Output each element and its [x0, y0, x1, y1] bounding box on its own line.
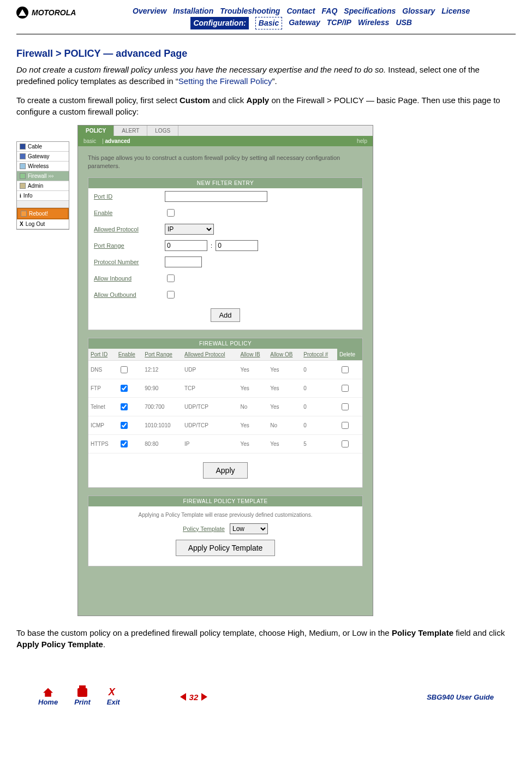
- logo: MOTOROLA: [16, 5, 76, 19]
- page-title: Firewall > POLICY — advanced Page: [16, 48, 516, 59]
- panel-subtabs: basic | advanced help: [78, 136, 373, 146]
- sidebar-item[interactable]: Wireless: [17, 162, 69, 171]
- square-icon: [20, 183, 26, 189]
- config-link[interactable]: Basic: [255, 17, 282, 29]
- nav-link[interactable]: FAQ: [322, 5, 338, 17]
- allow-inbound-label: Allow Inbound: [94, 275, 165, 282]
- nav-link[interactable]: Overview: [133, 5, 166, 17]
- enable-row-checkbox[interactable]: [121, 440, 128, 447]
- table-header: Delete: [337, 349, 362, 361]
- page-footer: Home Print X Exit 32 SBG940 User Guide: [16, 683, 516, 712]
- config-link[interactable]: TCP/IP: [327, 17, 351, 29]
- config-link[interactable]: USB: [396, 17, 412, 29]
- print-button[interactable]: Print: [74, 688, 91, 706]
- reboot-button[interactable]: Reboot!: [17, 208, 69, 219]
- enable-row-checkbox[interactable]: [121, 422, 128, 429]
- square-icon: [20, 173, 26, 179]
- allow-outbound-label: Allow Outbound: [94, 291, 165, 298]
- nav-links: OverviewInstallationTroubleshootingConta…: [87, 5, 516, 29]
- sidebar-item[interactable]: Gateway: [17, 152, 69, 162]
- panel-tab[interactable]: LOGS: [147, 126, 178, 136]
- enable-checkbox[interactable]: [167, 209, 175, 217]
- port-id-label: Port ID: [94, 193, 165, 200]
- panel-description: This page allows you to construct a cust…: [88, 154, 363, 171]
- port-range-from-input[interactable]: [165, 240, 207, 251]
- closing-paragraph: To base the custom policy on a predefine…: [16, 627, 516, 650]
- port-id-input[interactable]: [165, 191, 267, 202]
- enable-label: Enable: [94, 210, 165, 216]
- panel-subtab[interactable]: advanced: [105, 138, 130, 144]
- nav-link[interactable]: Glossary: [402, 5, 435, 17]
- add-button[interactable]: Add: [211, 308, 240, 322]
- config-label: Configuration:: [190, 17, 248, 29]
- home-icon: [43, 688, 53, 697]
- print-icon: [77, 688, 87, 697]
- table-row: FTP90:90TCPYesYes0: [88, 379, 362, 397]
- enable-row-checkbox[interactable]: [121, 385, 128, 392]
- table-row: ICMP1010:1010UDP/TCPYesNo0: [88, 416, 362, 434]
- square-icon: [21, 211, 27, 217]
- config-link[interactable]: Wireless: [358, 17, 389, 29]
- panel-subtab[interactable]: basic: [83, 138, 96, 144]
- firewall-policy-table: Port IDEnablePort RangeAllowed ProtocolA…: [88, 349, 362, 453]
- square-icon: [20, 153, 26, 159]
- nav-link[interactable]: Installation: [173, 5, 213, 17]
- allow-outbound-checkbox[interactable]: [167, 291, 175, 299]
- table-header: Enable: [116, 349, 143, 361]
- delete-row-checkbox[interactable]: [342, 422, 349, 429]
- table-header: Protocol #: [301, 349, 337, 361]
- delete-row-checkbox[interactable]: [342, 366, 349, 373]
- config-link[interactable]: Gateway: [289, 17, 320, 29]
- delete-row-checkbox[interactable]: [342, 385, 349, 392]
- template-description: Applying a Policy Template will erase pr…: [88, 506, 362, 521]
- enable-row-checkbox[interactable]: [121, 403, 128, 410]
- exit-button[interactable]: X Exit: [107, 688, 120, 706]
- logout-button[interactable]: XLog Out: [17, 219, 69, 229]
- page-number: 32: [189, 693, 199, 702]
- port-range-to-input[interactable]: [216, 240, 258, 251]
- sidebar-item[interactable]: Firewall ›››: [17, 171, 69, 181]
- warning-text: Do not create a custom firewall policy u…: [16, 65, 388, 74]
- policy-template-select[interactable]: Low: [230, 523, 268, 534]
- nav-link[interactable]: Contact: [286, 5, 315, 17]
- brand-text: MOTOROLA: [32, 8, 76, 17]
- port-range-label: Port Range: [94, 242, 165, 249]
- enable-row-checkbox[interactable]: [121, 366, 128, 373]
- home-button[interactable]: Home: [38, 688, 58, 706]
- allow-inbound-checkbox[interactable]: [167, 274, 175, 282]
- nav-link[interactable]: Specifications: [344, 5, 396, 17]
- table-header: Allow IB: [238, 349, 268, 361]
- table-row: HTTPS80:80IPYesYes5: [88, 434, 362, 453]
- nav-link[interactable]: Troubleshooting: [220, 5, 280, 17]
- sidebar-item[interactable]: iInfo: [17, 191, 69, 201]
- policy-template-label: Policy Template: [183, 526, 225, 532]
- table-row: Telnet700:700UDP/TCPNoYes0: [88, 397, 362, 416]
- setting-firewall-link[interactable]: Setting the Firewall Policy: [178, 76, 272, 86]
- allowed-protocol-select[interactable]: IP: [165, 224, 214, 235]
- allowed-protocol-label: Allowed Protocol: [94, 226, 165, 232]
- table-header: Allowed Protocol: [182, 349, 238, 361]
- help-link[interactable]: help: [357, 138, 367, 144]
- divider: [16, 34, 516, 34]
- protocol-number-input[interactable]: [165, 256, 202, 267]
- sidebar-item[interactable]: Admin: [17, 181, 69, 191]
- panel-tab[interactable]: POLICY: [78, 126, 114, 136]
- delete-row-checkbox[interactable]: [342, 403, 349, 410]
- intro-paragraph-1: Do not create a custom firewall policy u…: [16, 64, 516, 87]
- delete-row-checkbox[interactable]: [342, 440, 349, 447]
- firewall-template-header: FIREWALL POLICY TEMPLATE: [88, 496, 362, 506]
- guide-title: SBG940 User Guide: [427, 693, 494, 701]
- intro-paragraph-2: To create a custom firewall policy, firs…: [16, 94, 516, 117]
- top-nav: MOTOROLA OverviewInstallationTroubleshoo…: [16, 5, 516, 29]
- nav-link[interactable]: License: [441, 5, 470, 17]
- apply-button[interactable]: Apply: [203, 462, 247, 479]
- firewall-policy-header: FIREWALL POLICY: [88, 338, 362, 349]
- sidebar-item[interactable]: Cable: [17, 142, 69, 152]
- next-page-icon[interactable]: [201, 693, 207, 701]
- firewall-policy-box: FIREWALL POLICY Port IDEnablePort RangeA…: [88, 338, 363, 488]
- apply-policy-template-button[interactable]: Apply Policy Template: [176, 540, 276, 556]
- screenshot-area: CableGatewayWirelessFirewall ›››AdminiIn…: [16, 125, 516, 616]
- protocol-number-label: Protocol Number: [94, 259, 165, 265]
- panel-tab[interactable]: ALERT: [114, 126, 147, 136]
- prev-page-icon[interactable]: [180, 693, 186, 701]
